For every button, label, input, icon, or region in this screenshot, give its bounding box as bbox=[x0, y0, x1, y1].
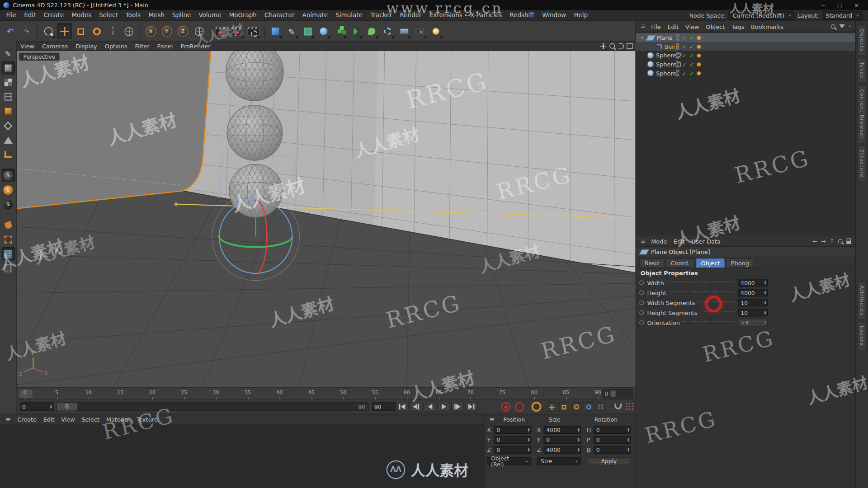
menubar-item-select[interactable]: Select bbox=[95, 9, 122, 20]
viewport-label[interactable]: Perspective bbox=[19, 52, 60, 61]
record-scale-toggle[interactable] bbox=[559, 402, 569, 412]
symmetry-button[interactable] bbox=[348, 23, 363, 39]
polygons-mode-button[interactable] bbox=[1, 133, 14, 146]
viewport-menu-item-filter[interactable]: Filter bbox=[131, 42, 153, 51]
viewport-zoom-icon[interactable] bbox=[609, 43, 615, 49]
state-check-icon[interactable]: ✓ bbox=[689, 35, 694, 41]
position-x-field[interactable]: 0▲▼ bbox=[494, 426, 531, 434]
previous-key-button[interactable] bbox=[410, 402, 422, 412]
render-picture-viewer-button[interactable] bbox=[230, 23, 245, 39]
viewport-maximize-icon[interactable] bbox=[627, 43, 632, 49]
tab-coord[interactable]: Coord. bbox=[666, 258, 695, 268]
rotation-p-field[interactable]: 0▲▼ bbox=[594, 436, 631, 444]
keyframe-selection-button[interactable] bbox=[626, 402, 635, 411]
attributes-menu-item-edit[interactable]: Edit bbox=[670, 236, 689, 246]
grid-snap-button[interactable] bbox=[1, 247, 14, 260]
menubar-item-redshift[interactable]: Redshift bbox=[506, 9, 538, 20]
node-space-select[interactable]: Current (Redshift)▾ bbox=[729, 11, 795, 20]
position-y-field[interactable]: 0▲▼ bbox=[494, 436, 531, 444]
keyframe-circle[interactable] bbox=[639, 300, 644, 305]
texture-mode-button[interactable] bbox=[1, 76, 14, 89]
perspective-viewport[interactable]: Y X Z ViewCamerasDisplayOptionsFilterPan… bbox=[17, 42, 636, 387]
apply-button[interactable]: Apply bbox=[587, 457, 631, 465]
state-check-icon[interactable]: ✓ bbox=[689, 52, 694, 58]
side-tab-layers[interactable]: Layers bbox=[858, 322, 867, 350]
object-row-sphere-1[interactable]: Sphere.1✓✓ bbox=[636, 60, 855, 69]
timeline-mini-slider[interactable]: 0 bbox=[602, 389, 633, 399]
menubar-item-tracker[interactable]: Tracker bbox=[366, 9, 396, 20]
autokeying-button[interactable] bbox=[532, 402, 542, 412]
spinner[interactable]: ▲▼ bbox=[626, 428, 629, 432]
materials-menu-item-view[interactable]: View bbox=[58, 414, 78, 424]
menubar-item-simulate[interactable]: Simulate bbox=[332, 9, 367, 20]
guide-point[interactable] bbox=[175, 202, 178, 206]
spinner[interactable]: ▲▼ bbox=[526, 428, 530, 432]
keyframe-circle[interactable] bbox=[639, 291, 644, 295]
object-manager-menu-item-bookmarks[interactable]: Bookmarks bbox=[748, 21, 787, 31]
scale-tool-button[interactable] bbox=[73, 23, 88, 39]
materials-menu-item-select[interactable]: Select bbox=[78, 414, 103, 424]
tag-dot[interactable] bbox=[697, 71, 701, 75]
keyframe-magnet-button[interactable] bbox=[614, 404, 622, 409]
visibility-dots[interactable] bbox=[676, 34, 679, 41]
spinner[interactable]: ▲▼ bbox=[576, 428, 580, 432]
history-forward-icon[interactable]: → bbox=[821, 238, 826, 244]
paint-tool-button[interactable] bbox=[1, 219, 14, 232]
edges-mode-button[interactable] bbox=[1, 119, 14, 132]
viewport-menu-item-panel[interactable]: Panel bbox=[153, 42, 177, 51]
viewport-menu-item-prorender[interactable]: ProRender bbox=[177, 42, 214, 51]
add-cube-button[interactable] bbox=[268, 23, 283, 39]
search-icon[interactable] bbox=[838, 239, 843, 243]
grid-settings-button[interactable] bbox=[1, 262, 14, 275]
side-tab-structure[interactable]: Structure bbox=[858, 145, 867, 182]
state-check-icon[interactable]: ✓ bbox=[689, 61, 694, 67]
psr-sliders[interactable]: P S R bbox=[105, 23, 120, 39]
close-button[interactable]: × bbox=[848, 2, 865, 8]
viewport-menu-item-options[interactable]: Options bbox=[101, 42, 131, 51]
side-tab-content-browser[interactable]: Content Browser bbox=[858, 84, 867, 143]
menubar-item-window[interactable]: Window bbox=[538, 9, 570, 20]
size-y-field[interactable]: 0▲▼ bbox=[543, 436, 581, 444]
width-field[interactable]: 4000▲▼ bbox=[738, 279, 768, 286]
tag-dot[interactable] bbox=[697, 36, 701, 40]
menubar-item-x-particles[interactable]: X-Particles bbox=[466, 9, 505, 20]
rotate-tool-button[interactable] bbox=[89, 23, 104, 39]
materials-menu-item-create[interactable]: Create bbox=[14, 414, 40, 424]
powerslider-track[interactable]: 0 90 bbox=[57, 402, 369, 411]
menubar-item-tools[interactable]: Tools bbox=[122, 9, 144, 20]
render-settings-button[interactable] bbox=[246, 23, 261, 39]
menubar-item-file[interactable]: File bbox=[2, 9, 20, 20]
visibility-dots[interactable] bbox=[676, 61, 679, 68]
timeline-ruler[interactable]: 051015202530354045505560657075808590 0 bbox=[17, 387, 636, 399]
cloner-button[interactable] bbox=[332, 23, 347, 39]
hamburger-icon[interactable]: ≡ bbox=[487, 416, 497, 423]
workplane-mode-button[interactable] bbox=[1, 90, 14, 103]
rotation-b-field[interactable]: 0▲▼ bbox=[594, 446, 631, 454]
record-parameter-toggle[interactable] bbox=[584, 402, 594, 412]
spinner[interactable]: ▲▼ bbox=[626, 448, 629, 452]
attributes-menu-item-user-data[interactable]: User Data bbox=[688, 236, 724, 246]
camera-button[interactable] bbox=[412, 23, 427, 39]
record-selection-button[interactable] bbox=[515, 402, 524, 412]
materials-menu-item-material[interactable]: Material bbox=[103, 414, 133, 424]
size-z-field[interactable]: 4000▲▼ bbox=[543, 446, 581, 454]
redo-button[interactable]: ↷ bbox=[19, 23, 34, 39]
goto-end-button[interactable] bbox=[465, 402, 478, 412]
current-frame-field[interactable]: 0▲▼ bbox=[20, 402, 54, 411]
lock-x-axis-button[interactable]: X bbox=[143, 23, 158, 39]
enable-check-icon[interactable]: ✓ bbox=[682, 35, 687, 41]
enable-check-icon[interactable]: ✓ bbox=[682, 52, 687, 58]
spinner[interactable]: ▲▼ bbox=[763, 281, 766, 285]
spinner[interactable]: ▲▼ bbox=[48, 404, 52, 409]
attributes-menu-item-mode[interactable]: Mode bbox=[648, 236, 670, 246]
parent-object-icon[interactable]: ↑ bbox=[830, 238, 834, 244]
width-segments-field[interactable]: 10▲▼ bbox=[738, 299, 768, 306]
object-manager-menu-item-tags[interactable]: Tags bbox=[728, 21, 748, 31]
enable-check-icon[interactable]: ✓ bbox=[682, 61, 687, 67]
menubar-item-spline[interactable]: Spline bbox=[168, 9, 195, 20]
visibility-dots[interactable] bbox=[676, 52, 679, 59]
viewport-orbit-icon[interactable] bbox=[618, 43, 624, 49]
layout-select[interactable]: Standard▾ bbox=[822, 11, 863, 20]
position-z-field[interactable]: 0▲▼ bbox=[494, 446, 531, 454]
points-mode-button[interactable] bbox=[1, 104, 14, 117]
